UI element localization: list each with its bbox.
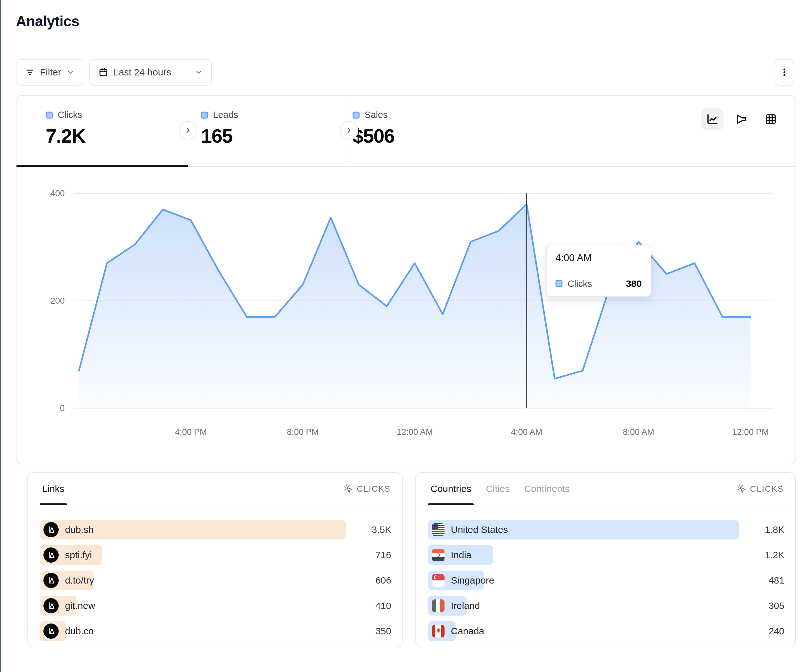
list-item-label: Singapore	[451, 575, 494, 586]
cursor-click-icon	[344, 484, 353, 493]
stat-label: Leads	[213, 110, 238, 120]
list-item[interactable]: Canada 240	[428, 621, 785, 641]
ireland-flag-icon	[432, 599, 445, 612]
list-item[interactable]: dub.co 350	[39, 621, 391, 641]
analytics-page: Analytics Filter Last 24 hours	[0, 0, 812, 672]
svg-text:8:00 AM: 8:00 AM	[623, 427, 654, 437]
svg-text:12:00 PM: 12:00 PM	[732, 427, 769, 437]
geo-panel-header: Countries Cities Continents CLICKS	[416, 473, 795, 505]
list-item[interactable]: spti.fyi 716	[39, 545, 391, 565]
filter-button[interactable]: Filter	[16, 59, 84, 85]
list-item-value: 410	[355, 600, 391, 611]
stat-tab-clicks[interactable]: Clicks 7.2K	[46, 110, 85, 147]
list-item-value: 1.2K	[748, 550, 785, 560]
list-item[interactable]: Ireland 305	[428, 596, 785, 616]
expand-leads-button[interactable]	[340, 121, 358, 140]
india-flag-icon	[432, 549, 445, 561]
line-chart-toggle[interactable]	[701, 108, 723, 130]
stat-tab-leads[interactable]: Leads 165	[201, 110, 238, 147]
chevron-down-icon	[66, 68, 75, 77]
dub-logo-icon	[43, 573, 59, 588]
metric-label: CLICKS	[750, 484, 784, 494]
leads-legend-swatch	[201, 112, 208, 119]
metric-selector[interactable]: CLICKS	[344, 484, 391, 494]
list-item-label: dub.sh	[65, 524, 94, 535]
clicks-legend-swatch	[556, 280, 563, 287]
list-item-value: 606	[355, 575, 391, 586]
dub-logo-icon	[43, 598, 59, 613]
list-item-value: 305	[748, 600, 785, 611]
chevron-right-icon	[345, 126, 353, 135]
canada-flag-icon	[432, 625, 445, 638]
list-item-label: spti.fyi	[65, 550, 92, 560]
metric-selector[interactable]: CLICKS	[737, 484, 784, 494]
links-panel: Links CLICKS dub.sh 3.5K spti.fy	[27, 472, 403, 647]
clicks-area-chart[interactable]: 02004004:00 PM8:00 PM12:00 AM4:00 AM8:00…	[17, 166, 795, 464]
list-item-value: 350	[355, 626, 391, 636]
tab-links[interactable]: Links	[42, 473, 64, 505]
svg-text:8:00 PM: 8:00 PM	[287, 427, 319, 437]
list-item[interactable]: d.to/try 606	[39, 571, 391, 590]
cursor-click-icon	[737, 484, 746, 493]
clicks-chart[interactable]: 02004004:00 PM8:00 PM12:00 AM4:00 AM8:00…	[17, 166, 795, 464]
list-item-value: 716	[355, 550, 391, 560]
date-range-button[interactable]: Last 24 hours	[89, 59, 212, 85]
filter-button-label: Filter	[40, 67, 61, 78]
more-menu-button[interactable]	[774, 59, 794, 85]
tab-continents[interactable]: Continents	[524, 473, 570, 505]
list-item-label: git.new	[65, 600, 95, 611]
dub-logo-icon	[43, 522, 59, 537]
sales-legend-swatch	[353, 112, 360, 119]
stat-label: Clicks	[58, 110, 82, 120]
list-item-label: Canada	[451, 626, 484, 636]
page-edge-accent	[0, 0, 1, 672]
list-item[interactable]: Singapore 481	[428, 571, 785, 590]
list-item-label: India	[451, 550, 471, 560]
metric-label: CLICKS	[357, 484, 391, 494]
list-item-label: d.to/try	[65, 575, 94, 586]
tooltip-value: 380	[626, 278, 642, 289]
list-item-value: 3.5K	[355, 524, 391, 535]
page-title: Analytics	[16, 13, 79, 30]
list-item-value: 481	[748, 575, 785, 586]
stat-value: 165	[201, 125, 238, 147]
filter-icon	[25, 67, 35, 77]
svg-text:200: 200	[50, 296, 65, 305]
calendar-icon	[98, 67, 108, 77]
list-item-label: dub.co	[65, 626, 94, 636]
tab-cities[interactable]: Cities	[486, 473, 510, 505]
tooltip-time: 4:00 AM	[547, 246, 651, 271]
list-item[interactable]: India 1.2K	[428, 545, 785, 565]
stat-tab-sales[interactable]: Sales $506	[353, 110, 394, 147]
dub-logo-icon	[43, 624, 59, 639]
stat-label: Sales	[365, 110, 388, 120]
date-range-label: Last 24 hours	[114, 67, 171, 78]
list-item-value: 240	[748, 626, 785, 636]
countries-list: United States 1.8K India 1.2K Singapore …	[416, 505, 795, 641]
stat-value: $506	[353, 125, 394, 147]
clicks-legend-swatch	[46, 112, 53, 119]
list-item[interactable]: git.new 410	[39, 596, 391, 616]
chart-type-toggles	[701, 108, 782, 130]
stats-tabs-row: Clicks 7.2K Leads 165 Sales $506	[17, 96, 795, 167]
dub-logo-icon	[43, 547, 59, 563]
links-list: dub.sh 3.5K spti.fyi 716 d.to/try 606	[27, 505, 402, 641]
expand-clicks-button[interactable]	[179, 121, 197, 140]
links-panel-header: Links CLICKS	[27, 473, 402, 505]
table-view-toggle[interactable]	[760, 108, 782, 130]
funnel-chart-toggle[interactable]	[730, 108, 753, 130]
line-chart-icon	[706, 113, 719, 126]
svg-text:0: 0	[60, 404, 65, 413]
chevron-down-icon	[194, 68, 203, 77]
list-item-value: 1.8K	[748, 524, 785, 535]
table-grid-icon	[764, 113, 778, 126]
kebab-menu-icon	[780, 68, 789, 77]
tooltip-series-label: Clicks	[568, 279, 592, 289]
svg-text:4:00 PM: 4:00 PM	[175, 427, 207, 437]
list-item[interactable]: United States 1.8K	[428, 520, 785, 539]
funnel-icon	[735, 113, 748, 126]
svg-text:12:00 AM: 12:00 AM	[397, 427, 433, 437]
list-item[interactable]: dub.sh 3.5K	[39, 520, 391, 539]
chevron-right-icon	[184, 126, 192, 135]
tab-countries[interactable]: Countries	[431, 473, 471, 505]
